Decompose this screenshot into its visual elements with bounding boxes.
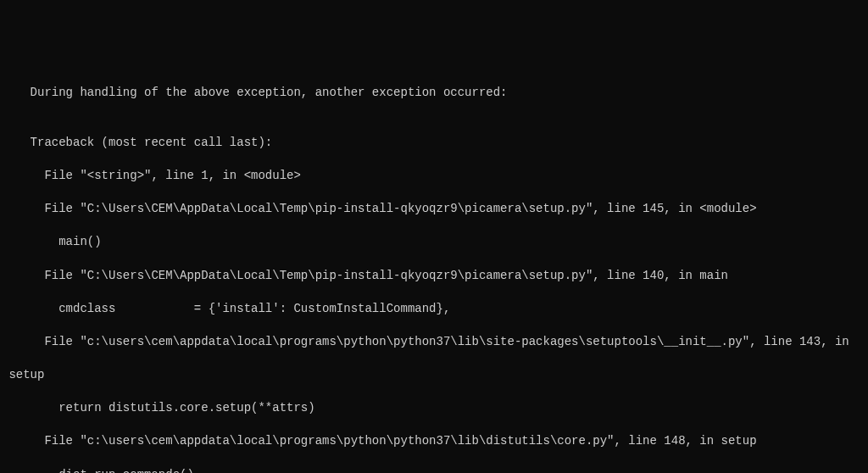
traceback-line: During handling of the above exception, …: [2, 85, 868, 102]
traceback-line: cmdclass = {'install': CustomInstallComm…: [2, 301, 868, 318]
traceback-line: main(): [2, 234, 868, 251]
terminal-output[interactable]: During handling of the above exception, …: [0, 68, 868, 473]
traceback-line: Traceback (most recent call last):: [2, 135, 868, 152]
traceback-line: File "c:\users\cem\appdata\local\program…: [2, 433, 868, 450]
traceback-line: File "C:\Users\CEM\AppData\Local\Temp\pi…: [2, 201, 868, 218]
traceback-line: File "c:\users\cem\appdata\local\program…: [2, 334, 868, 351]
traceback-line: File "C:\Users\CEM\AppData\Local\Temp\pi…: [2, 268, 868, 285]
traceback-line: return distutils.core.setup(**attrs): [2, 400, 868, 417]
traceback-line: setup: [2, 367, 868, 384]
traceback-line: dist.run_commands(): [2, 467, 868, 473]
traceback-line: File "<string>", line 1, in <module>: [2, 168, 868, 185]
